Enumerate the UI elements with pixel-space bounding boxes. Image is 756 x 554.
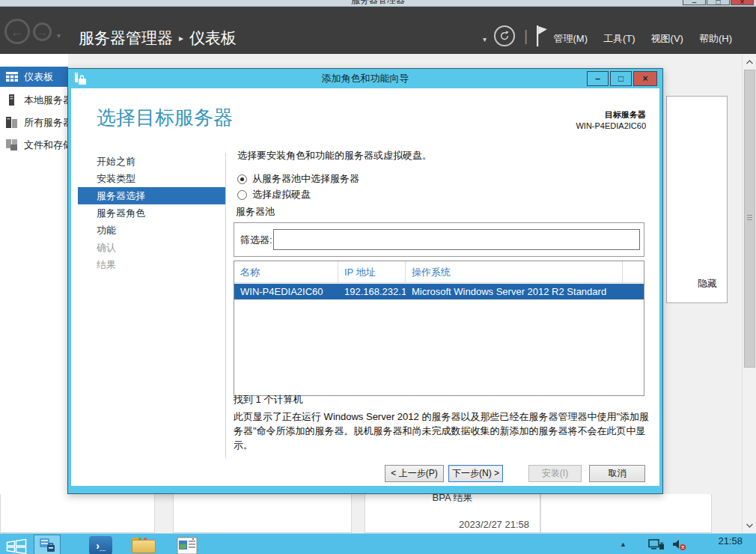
- refresh-dropdown-caret-icon[interactable]: ▾: [483, 35, 487, 43]
- radio-button-icon[interactable]: [237, 174, 247, 184]
- taskbar-server-manager-button[interactable]: [34, 535, 61, 554]
- wizard-step-server-roles[interactable]: 服务器角色: [78, 204, 225, 222]
- cell-ip-address: 192.168.232.1...: [338, 284, 406, 299]
- next-button[interactable]: 下一步(N) >: [448, 465, 503, 482]
- column-header-ip[interactable]: IP 地址: [338, 261, 406, 283]
- bpa-timestamp: 2023/2/27 21:58: [459, 519, 529, 530]
- sidebar-nav: 仪表板 本地服务器 所有服务器 文件和存储服务: [0, 54, 68, 533]
- vertical-scrollbar[interactable]: [742, 54, 756, 533]
- viewer-app-icon: [177, 537, 198, 554]
- wizard-step-results: 结果: [78, 256, 225, 273]
- show-hidden-icons-button[interactable]: ▲: [620, 541, 627, 548]
- header-menu: 管理(M) 工具(T) 视图(V) 帮助(H): [554, 32, 733, 46]
- main-window-controls: – □ ×: [682, 0, 754, 5]
- volume-muted-icon[interactable]: [672, 539, 687, 554]
- cancel-button[interactable]: 取消: [589, 465, 645, 482]
- notifications-flag-icon[interactable]: [535, 25, 549, 47]
- install-button: 安装(I): [528, 465, 582, 482]
- refresh-button[interactable]: [494, 25, 515, 46]
- table-header-row: 名称 IP 地址 操作系统: [234, 261, 644, 283]
- page-description: 此页显示了正在运行 Windows Server 2012 的服务器以及那些已经…: [234, 410, 650, 452]
- main-window-title: 服务器管理器: [0, 0, 756, 7]
- breadcrumb-root[interactable]: 服务器管理器: [79, 29, 173, 46]
- dialog-maximize-button[interactable]: □: [610, 71, 632, 86]
- dialog-titlebar[interactable]: 添加角色和功能向导 – □ ×: [68, 69, 662, 88]
- radio-label: 从服务器池中选择服务器: [252, 172, 359, 186]
- chevron-up-icon: [746, 60, 753, 64]
- taskbar: ›_ ▲ 21:58: [0, 533, 756, 554]
- add-roles-wizard-dialog: 添加角色和功能向导 – □ × 选择目标服务器 目标服务器 WIN-P4EDIA…: [67, 68, 663, 494]
- server-pool-table: 名称 IP 地址 操作系统 WIN-P4EDIA2IC60 192.168.23…: [234, 261, 644, 396]
- start-button[interactable]: [4, 537, 29, 554]
- taskbar-clock[interactable]: 21:58: [718, 535, 743, 547]
- menu-help[interactable]: 帮助(H): [699, 32, 732, 46]
- wizard-step-features[interactable]: 功能: [78, 222, 225, 239]
- window-close-button[interactable]: ×: [731, 0, 754, 5]
- breadcrumb-current[interactable]: 仪表板: [189, 29, 237, 46]
- hide-button[interactable]: 隐藏: [698, 277, 717, 290]
- scrollbar-up-button[interactable]: [743, 55, 756, 68]
- filter-label: 筛选器:: [240, 234, 272, 247]
- dialog-window-controls: – □ ×: [585, 71, 657, 86]
- dashboard-side-panel: 隐藏: [666, 96, 728, 303]
- computers-found-text: 找到 1 个计算机: [234, 393, 302, 407]
- wizard-step-before-you-begin[interactable]: 开始之前: [78, 153, 225, 170]
- radio-select-vhd[interactable]: 选择虚拟硬盘: [237, 188, 311, 201]
- forward-arrow-icon: →: [37, 26, 48, 38]
- window-minimize-button[interactable]: –: [683, 0, 706, 5]
- taskbar-explorer-button[interactable]: [130, 536, 156, 554]
- sidebar-item-all-servers[interactable]: 所有服务器: [0, 112, 68, 133]
- menu-manage[interactable]: 管理(M): [554, 32, 588, 46]
- folder-icon: [132, 538, 156, 553]
- column-header-name[interactable]: 名称: [234, 261, 338, 283]
- menu-tools[interactable]: 工具(T): [603, 32, 635, 46]
- network-status-icon[interactable]: [648, 539, 665, 553]
- instruction-text: 选择要安装角色和功能的服务器或虚拟硬盘。: [237, 149, 432, 162]
- breadcrumb: 服务器管理器▸仪表板: [79, 28, 237, 49]
- previous-button[interactable]: < 上一步(P): [385, 465, 444, 482]
- scrollbar-down-button[interactable]: [743, 519, 756, 532]
- dialog-body: 选择目标服务器 目标服务器 WIN-P4EDIA2IC60 开始之前 安装类型 …: [71, 88, 659, 486]
- sidebar-item-dashboard[interactable]: 仪表板: [0, 67, 68, 87]
- radio-button-icon[interactable]: [237, 190, 247, 200]
- radio-label: 选择虚拟硬盘: [252, 188, 311, 201]
- local-server-icon: [6, 94, 19, 106]
- taskbar-powershell-button[interactable]: ›_: [89, 536, 112, 554]
- scrollbar-thumb[interactable]: [744, 70, 755, 368]
- wizard-step-server-selection[interactable]: 服务器选择: [78, 187, 225, 204]
- all-servers-icon: [6, 117, 19, 128]
- server-pool-section-label: 服务器池: [236, 205, 275, 219]
- target-server-label: 目标服务器: [576, 109, 646, 121]
- wizard-step-confirmation: 确认: [78, 239, 225, 256]
- menu-view[interactable]: 视图(V): [651, 32, 683, 46]
- window-maximize-button[interactable]: □: [707, 0, 730, 5]
- windows-logo-icon: [5, 538, 28, 554]
- back-button[interactable]: ←: [4, 19, 30, 44]
- target-server-name: WIN-P4EDIA2IC60: [576, 121, 646, 132]
- wizard-page-title: 选择目标服务器: [97, 105, 233, 131]
- breadcrumb-separator-icon: ▸: [173, 33, 189, 43]
- filter-group: 筛选器:: [234, 222, 644, 257]
- sidebar-item-file-storage[interactable]: 文件和存储服务: [0, 135, 68, 155]
- dialog-close-button[interactable]: ×: [633, 71, 657, 86]
- cell-server-name: WIN-P4EDIA2IC60: [234, 284, 338, 299]
- main-window-titlebar[interactable]: 服务器管理器 – □ ×: [0, 0, 756, 7]
- sidebar-item-label: 仪表板: [24, 70, 53, 84]
- taskbar-app-button[interactable]: [175, 536, 198, 554]
- filter-input[interactable]: [273, 229, 640, 250]
- server-manager-icon: [38, 537, 56, 553]
- target-server-block: 目标服务器 WIN-P4EDIA2IC60: [576, 109, 646, 132]
- dashboard-panel: [0, 494, 155, 533]
- sidebar-item-label: 所有服务器: [24, 116, 68, 130]
- dialog-minimize-button[interactable]: –: [587, 71, 609, 86]
- wizard-step-installation-type[interactable]: 安装类型: [78, 170, 225, 187]
- sidebar-item-local-server[interactable]: 本地服务器: [0, 90, 68, 110]
- column-header-os[interactable]: 操作系统: [406, 261, 623, 283]
- table-row[interactable]: WIN-P4EDIA2IC60 192.168.232.1... Microso…: [234, 284, 644, 299]
- powershell-icon: ›_: [96, 540, 105, 552]
- dashboard-bpa-panel: BPA 结果 2023/2/27 21:58: [365, 494, 540, 533]
- forward-button[interactable]: →: [33, 22, 52, 41]
- nav-history-caret-icon[interactable]: ▾: [57, 31, 61, 40]
- radio-select-from-pool[interactable]: 从服务器池中选择服务器: [237, 172, 359, 186]
- dashboard-grid-icon: [6, 72, 19, 82]
